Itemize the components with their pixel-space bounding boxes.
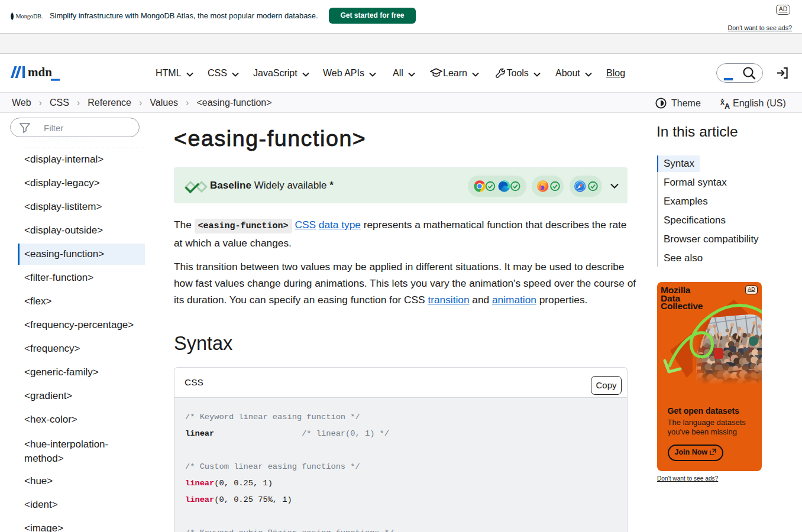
svg-text:mdn: mdn — [28, 65, 52, 79]
svg-text:MongoDB.: MongoDB. — [16, 13, 43, 20]
svg-text:A: A — [725, 102, 730, 109]
